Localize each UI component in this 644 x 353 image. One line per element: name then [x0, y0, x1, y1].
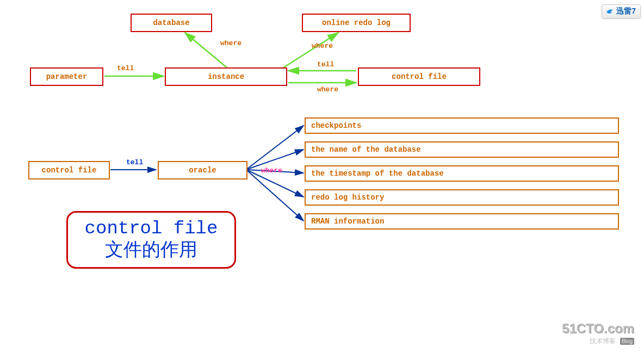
label-tell-bottom: tell [126, 158, 143, 166]
app-badge-text: 迅雷7 [616, 7, 636, 16]
label-where-2: where [312, 42, 333, 50]
box-control-file-bottom: control file [28, 161, 110, 179]
box-instance: instance [165, 67, 287, 86]
watermark: 51CTO.com 技术博客 Blog [562, 321, 634, 345]
box-parameter: parameter [30, 67, 103, 86]
info-checkpoints: checkpoints [305, 117, 619, 134]
watermark-blog: Blog [620, 338, 634, 345]
title-line1: control file [85, 218, 218, 240]
svg-line-10 [247, 171, 304, 221]
label-tell-2: tell [317, 60, 334, 69]
info-redo-log-history: redo log history [305, 189, 619, 206]
box-database: database [131, 14, 212, 32]
svg-line-1 [185, 33, 227, 68]
label-where-1: where [220, 39, 242, 47]
svg-line-6 [247, 126, 304, 169]
label-where-bottom: where [261, 166, 282, 175]
watermark-sub: 技术博客 [590, 337, 616, 345]
info-rman: RMAN information [305, 213, 619, 230]
label-where-3: where [317, 85, 338, 94]
info-db-name: the name of the database [305, 141, 619, 158]
app-badge-xunlei[interactable]: 迅雷7 [602, 4, 641, 18]
watermark-main: 51CTO.com [562, 321, 634, 336]
box-control-file-top: control file [358, 67, 480, 86]
title-box: control file 文件的作用 [66, 211, 236, 269]
box-oracle: oracle [158, 161, 247, 179]
title-line2: 文件的作用 [105, 240, 197, 262]
label-tell-1: tell [117, 64, 134, 72]
box-online-redo-log: online redo log [302, 14, 411, 32]
info-db-timestamp: the timestamp of the database [305, 165, 619, 182]
bird-icon [605, 7, 614, 16]
